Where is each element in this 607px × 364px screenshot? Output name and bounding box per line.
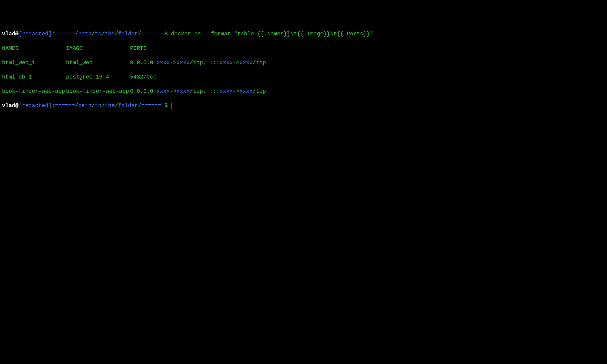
prompt-dollar: $ <box>164 103 168 109</box>
table-header-row: NAMESIMAGEPORTS <box>2 45 605 52</box>
ports-tcp: /tcp, ::: <box>190 88 220 95</box>
prompt-slash: / <box>101 31 105 37</box>
prompt-path-sep: ====== <box>141 103 161 109</box>
prompt-path-part: the <box>105 103 115 109</box>
prompt-slash: / <box>138 103 141 109</box>
ports-redacted: xxxx <box>157 88 170 95</box>
prompt-slash: / <box>91 103 95 109</box>
prompt-path-part: to <box>95 103 101 109</box>
prompt-host-bracket-open: [ <box>19 31 22 37</box>
prompt-path-part: the <box>105 31 115 37</box>
table-row: book-finder-web-appbook-finder-web-app0.… <box>2 88 605 95</box>
prompt-path-part: path <box>78 103 92 109</box>
table-header-ports: PORTS <box>130 45 147 52</box>
terminal-line-prompt-1: vlad@[redacted]:======/path/to/the/folde… <box>2 31 605 38</box>
container-name: html_web_1 <box>2 60 35 66</box>
ports-tcp: /tcp <box>253 88 266 95</box>
prompt-path-sep: ====== <box>141 31 161 37</box>
ports-tcp: /tcp, ::: <box>190 60 220 66</box>
container-name: html_db_1 <box>2 74 32 80</box>
prompt-path-sep: ====== <box>55 103 75 109</box>
ports-redacted: xxxx <box>157 60 170 66</box>
prompt-path-part: to <box>95 31 101 37</box>
prompt-slash: / <box>75 103 78 109</box>
container-name: book-finder-web-app <box>2 88 65 95</box>
prompt-host-bracket-open: [ <box>19 103 22 109</box>
prompt-path-sep: ====== <box>55 31 75 37</box>
prompt-host-bracket-close: ] <box>48 103 52 109</box>
command-text: docker ps --format "table {{.Names}}\t{{… <box>171 31 373 37</box>
container-image: html_web <box>66 60 93 66</box>
ports-simple: 5432/tcp <box>130 74 157 80</box>
prompt-slash: / <box>91 31 95 37</box>
container-image: book-finder-web-app <box>66 88 129 95</box>
prompt-slash: / <box>75 31 78 37</box>
terminal-line-prompt-2[interactable]: vlad@[redacted]:======/path/to/the/folde… <box>2 102 605 110</box>
ports-redacted: xxxx <box>176 88 190 95</box>
ports-prefix: 0.0.0.0: <box>130 88 157 95</box>
prompt-slash: / <box>138 31 141 37</box>
prompt-path-part: folder <box>118 31 138 37</box>
prompt-host: redacted <box>22 103 48 109</box>
table-header-names: NAMES <box>2 45 19 52</box>
ports-redacted: xxxx <box>239 88 253 95</box>
prompt-colon: : <box>52 31 55 37</box>
terminal-cursor[interactable] <box>171 103 172 109</box>
ports-arrow: -> <box>170 60 176 66</box>
ports-redacted: xxxx <box>176 60 190 66</box>
prompt-slash: / <box>115 31 118 37</box>
prompt-host: redacted <box>22 31 48 37</box>
ports-prefix: 0.0.0.0: <box>130 60 157 66</box>
prompt-user: vlad@ <box>2 103 19 109</box>
table-header-image: IMAGE <box>66 45 83 52</box>
table-row: html_web_1html_web0.0.0.0:xxxx->xxxx/tcp… <box>2 59 605 67</box>
ports-tcp: /tcp <box>253 60 266 66</box>
prompt-user: vlad@ <box>2 31 19 37</box>
prompt-slash: / <box>115 103 118 109</box>
prompt-path-part: path <box>78 31 92 37</box>
ports-arrow: -> <box>170 88 176 95</box>
ports-redacted: xxxx <box>239 60 253 66</box>
prompt-dollar: $ <box>164 31 168 37</box>
prompt-host-bracket-close: ] <box>48 31 52 37</box>
ports-arrow: -> <box>233 60 239 66</box>
ports-redacted: xxxx <box>219 60 233 66</box>
ports-arrow: -> <box>233 88 239 95</box>
ports-redacted: xxxx <box>219 88 233 95</box>
prompt-path-part: folder <box>118 103 138 109</box>
container-image: postgres:16.4 <box>66 74 109 80</box>
prompt-colon: : <box>52 103 55 109</box>
prompt-slash: / <box>101 103 105 109</box>
table-row: html_db_1postgres:16.45432/tcp <box>2 74 605 81</box>
